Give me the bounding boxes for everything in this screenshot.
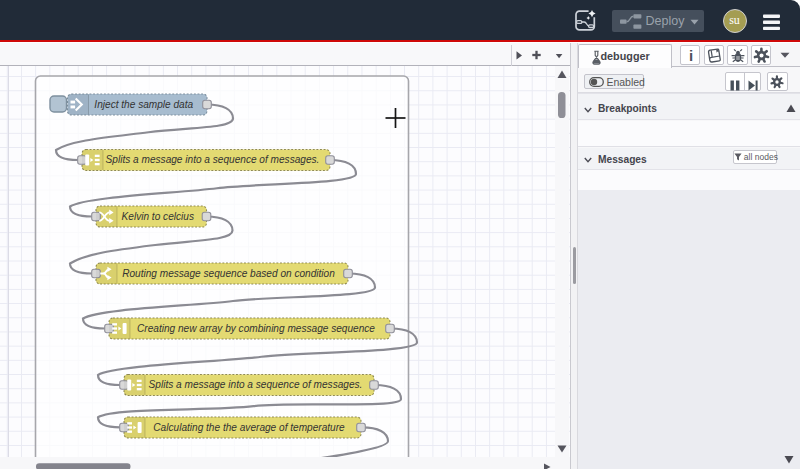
svg-text:Splits a message into a sequen: Splits a message into a sequence of mess… <box>106 154 320 165</box>
svg-text:Kelvin to celcius: Kelvin to celcius <box>122 211 194 222</box>
svg-text:Creating new array by combinin: Creating new array by combining message … <box>137 323 375 334</box>
svg-text:i: i <box>688 47 692 64</box>
svg-text:Calculating the the average of: Calculating the the average of temperatu… <box>153 422 345 433</box>
svg-text:Splits a message into a sequen: Splits a message into a sequence of mess… <box>149 379 363 390</box>
svg-text:Routing message sequence based: Routing message sequence based on condit… <box>122 268 335 279</box>
svg-text:Inject the sample data: Inject the sample data <box>94 99 193 110</box>
